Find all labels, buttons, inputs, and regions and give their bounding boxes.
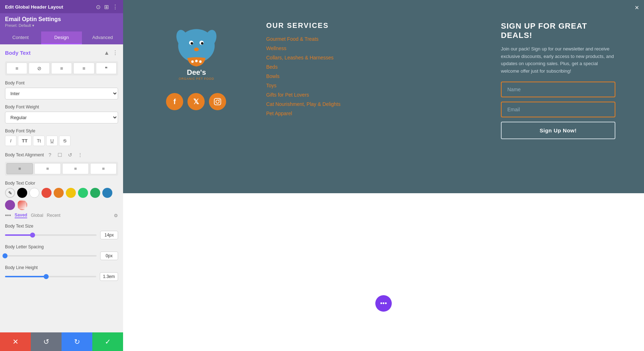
- panel-header-icons: ⊙ ⊞ ⋮: [96, 4, 118, 10]
- svg-text:ORGANIC PET FOOD: ORGANIC PET FOOD: [179, 77, 214, 81]
- footer-section: Dee's ORGANIC PET FOOD f 𝕏 OUR SERVICES …: [123, 0, 644, 193]
- service-link-toys[interactable]: Toys: [266, 83, 472, 88]
- body-line-height-slider: 1.3em: [5, 272, 118, 281]
- align-center-btn[interactable]: ≡: [51, 63, 72, 74]
- line-height-value[interactable]: 1.3em: [100, 272, 118, 281]
- text-format-row: ≡ ⊘ ≡ ≡ ❝: [5, 61, 118, 75]
- body-line-height-label: Body Line Height: [5, 265, 118, 270]
- body-font-select[interactable]: Inter Arial Georgia: [5, 88, 118, 99]
- more-icon[interactable]: ⋮: [112, 4, 118, 10]
- spacing-slider-track[interactable]: [5, 255, 97, 257]
- strikethrough-btn[interactable]: S: [59, 136, 70, 146]
- align-right-btn[interactable]: ≡: [73, 63, 94, 74]
- help-icon[interactable]: ?: [46, 151, 54, 159]
- yellow-swatch[interactable]: [66, 188, 76, 198]
- overflow-icon[interactable]: ⋮: [76, 151, 84, 159]
- body-text-size-label: Body Text Size: [5, 224, 118, 229]
- service-link-apparel[interactable]: Pet Apparel: [266, 111, 472, 116]
- body-text-color-label: Body Text Color: [5, 181, 118, 186]
- services-title: OUR SERVICES: [266, 21, 472, 30]
- body-text-section-header: Body Text ▲ ⋮: [5, 49, 118, 56]
- blockquote-btn[interactable]: ❝: [96, 63, 117, 74]
- layout-icon[interactable]: ⊞: [104, 4, 109, 10]
- body-line-height-row: Body Line Height 1.3em: [5, 265, 118, 281]
- undo-icon: ↺: [43, 337, 49, 346]
- signup-title: SIGN UP FOR GREAT DEALS!: [501, 21, 615, 40]
- eyedropper-tool[interactable]: ✎: [5, 188, 15, 198]
- service-link-beds[interactable]: Beds: [266, 64, 472, 70]
- settings-icon[interactable]: ⊙: [96, 4, 101, 10]
- body-font-weight-select[interactable]: Regular Bold Light: [5, 112, 118, 123]
- green-swatch[interactable]: [90, 188, 100, 198]
- tab-content[interactable]: Content: [0, 31, 41, 44]
- service-link-gourmet[interactable]: Gourmet Food & Treats: [266, 36, 472, 42]
- service-link-wellness[interactable]: Wellness: [266, 45, 472, 51]
- spacing-value[interactable]: 0px: [100, 252, 118, 260]
- line-height-slider-track[interactable]: [5, 276, 96, 277]
- capitalize-btn[interactable]: Tt: [33, 136, 45, 146]
- purple-swatch[interactable]: [5, 200, 15, 210]
- alignment-row-header: Body Text Alignment ? ☐ ↺ ⋮: [5, 151, 118, 159]
- align-left-btn[interactable]: ≡: [6, 63, 27, 74]
- size-slider-track[interactable]: [5, 234, 97, 236]
- save-button[interactable]: ✓: [92, 332, 123, 351]
- blue-swatch[interactable]: [102, 188, 112, 198]
- color-settings-icon[interactable]: ⚙: [114, 213, 118, 218]
- signup-description: Join our pack! Sign up for our newslette…: [501, 45, 615, 75]
- design-tabs: Content Design Advanced: [0, 31, 123, 44]
- body-letter-spacing-slider: 0px: [5, 252, 118, 260]
- orange-swatch[interactable]: [54, 188, 64, 198]
- undo-button[interactable]: ↺: [31, 332, 62, 351]
- text-align-justify-btn[interactable]: ≡: [90, 163, 117, 174]
- text-align-right-btn[interactable]: ≡: [62, 163, 89, 174]
- light-green-swatch[interactable]: [78, 188, 88, 198]
- saved-tab[interactable]: Saved: [15, 213, 27, 218]
- text-align-left-btn[interactable]: ≡: [6, 163, 33, 174]
- cancel-button[interactable]: ✕: [0, 332, 31, 351]
- global-tab[interactable]: Global: [31, 213, 43, 218]
- all-caps-btn[interactable]: TT: [18, 136, 31, 146]
- svg-point-5: [191, 42, 193, 45]
- email-input[interactable]: [501, 102, 615, 117]
- italic-btn[interactable]: I: [5, 136, 16, 146]
- service-link-bowls[interactable]: Bowls: [266, 73, 472, 79]
- color-tabs: ••• Saved Global Recent ⚙: [5, 212, 118, 219]
- facebook-icon[interactable]: f: [166, 93, 183, 110]
- social-icons: f 𝕏: [166, 93, 226, 110]
- bottom-toolbar: ✕ ↺ ↻ ✓: [0, 332, 123, 351]
- right-content: ×: [123, 0, 644, 351]
- more-options-icon[interactable]: ⋮: [112, 49, 118, 56]
- color-dots[interactable]: •••: [5, 212, 11, 219]
- text-align-center-btn[interactable]: ≡: [34, 163, 61, 174]
- tab-advanced[interactable]: Advanced: [82, 31, 123, 44]
- floating-dots-button[interactable]: •••: [375, 295, 392, 312]
- none-btn[interactable]: ⊘: [29, 63, 49, 74]
- collapse-icon[interactable]: ▲: [104, 50, 109, 56]
- twitter-icon[interactable]: 𝕏: [187, 93, 205, 110]
- service-link-cat[interactable]: Cat Nourishment, Play & Delights: [266, 101, 472, 107]
- size-value[interactable]: 14px: [100, 231, 118, 239]
- body-text-title: Body Text: [5, 50, 30, 56]
- responsive-icon[interactable]: ☐: [56, 151, 64, 159]
- service-link-gifts[interactable]: Gifts for Pet Lovers: [266, 92, 472, 98]
- alignment-icons: ? ☐ ↺ ⋮: [46, 151, 84, 159]
- svg-point-15: [219, 99, 220, 101]
- black-swatch[interactable]: [17, 188, 27, 198]
- reset-icon[interactable]: ↺: [66, 151, 74, 159]
- instagram-icon[interactable]: [209, 93, 226, 110]
- body-font-weight-label: Body Font Weight: [5, 104, 118, 109]
- signup-button[interactable]: Sign Up Now!: [501, 122, 615, 139]
- service-link-collars[interactable]: Collars, Leashes & Harnesses: [266, 55, 472, 60]
- white-swatch[interactable]: [29, 188, 39, 198]
- recent-tab[interactable]: Recent: [47, 213, 60, 218]
- preset-selector[interactable]: Preset: Default ▾: [5, 23, 118, 28]
- red-swatch[interactable]: [42, 188, 52, 198]
- name-input[interactable]: [501, 82, 615, 97]
- svg-point-6: [201, 42, 204, 45]
- cancel-icon: ✕: [13, 337, 19, 346]
- tab-design[interactable]: Design: [41, 31, 82, 44]
- redo-button[interactable]: ↻: [62, 332, 92, 351]
- underline-btn[interactable]: U: [46, 136, 58, 146]
- close-button[interactable]: ×: [635, 4, 639, 12]
- gradient-swatch[interactable]: [17, 200, 27, 210]
